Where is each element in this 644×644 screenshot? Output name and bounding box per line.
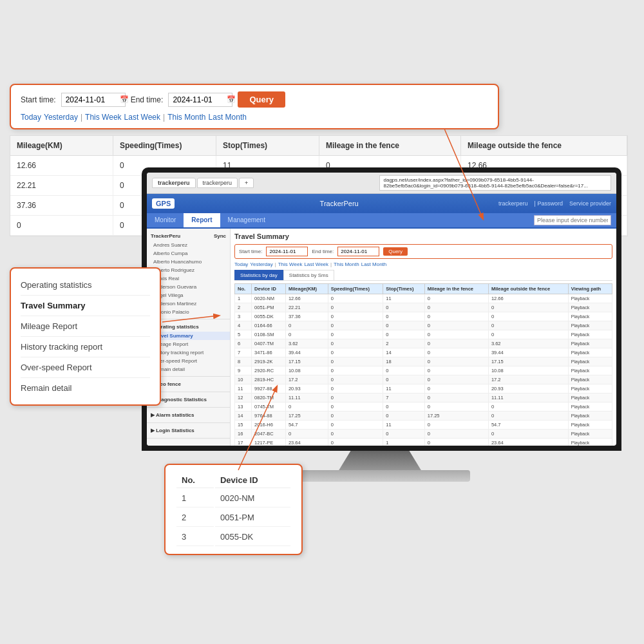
td-playback[interactable]: Playback [568,393,612,402]
callout-overspeed-report[interactable]: Over-speed Report [21,357,150,378]
callout-travel-summary[interactable]: Travel Summary [21,296,150,316]
nav-search [529,213,616,227]
td-no: 5 [235,330,252,339]
inner-end-date[interactable] [337,247,379,256]
td-playback[interactable]: Playback [568,430,612,439]
inner-query-button[interactable]: Query [383,247,408,256]
url-bar[interactable]: dagps.net/user/index.aspx?father_id=0909… [379,175,612,191]
td-fence-out: 3.62 [488,339,568,348]
table-row: 11 9927-88 20.93 0 11 0 20.93 Playback [235,384,612,393]
tab-by-sms[interactable]: Statistics by Sms [283,270,334,280]
start-date-input[interactable]: 📅 [61,93,126,107]
inner-start-date[interactable] [266,247,308,256]
th-device-id: Device ID [252,284,286,294]
sidebar-login-header[interactable]: ▶ Login Statistics [147,426,230,435]
th-fence-in: Mileage in the fence [424,284,488,294]
td-playback[interactable]: Playback [568,421,612,430]
nav-monitor[interactable]: Monitor [147,213,184,227]
td-playback[interactable]: Playback [568,412,612,421]
header-password[interactable]: | Password [535,200,563,207]
query-button[interactable]: Query [238,91,285,108]
sidebar-device-alberto-c[interactable]: Alberto Cumpa [147,249,230,258]
inner-yesterday[interactable]: Yesterday [250,261,272,267]
td-playback[interactable]: Playback [568,375,612,384]
td-no: 8 [235,357,252,366]
browser-tab-new[interactable]: + [239,178,254,188]
nav-search-input[interactable] [534,215,611,225]
quick-link-yesterday[interactable]: Yesterday [44,113,78,122]
quick-link-last-month[interactable]: Last Month [209,113,247,122]
td-mileage: 23.64 [285,439,328,446]
td-playback[interactable]: Playback [568,312,612,321]
td-speeding: 0 [328,357,383,366]
td-mileage: 17.25 [285,412,328,421]
th-fence-out: Mileage outside the fence [488,284,568,294]
main-content: Travel Summary Start time: End time: Que… [231,229,616,446]
start-calendar-icon[interactable]: 📅 [120,95,129,104]
inner-end-label: End time: [312,249,334,254]
td-playback[interactable]: Playback [568,348,612,357]
quick-link-today[interactable]: Today [21,113,41,122]
td-speeding: 0 [328,303,383,312]
nav-management[interactable]: Management [220,213,273,227]
inner-last-week[interactable]: Last Week [304,261,328,267]
td-stop: 11 [383,384,425,393]
inner-last-month[interactable]: Last Month [361,261,387,267]
inner-this-week[interactable]: This Week [278,261,303,267]
quick-link-this-week[interactable]: This Week [85,113,121,122]
td-playback[interactable]: Playback [568,321,612,330]
end-date-field[interactable] [173,95,224,104]
table-row: 6 0407-TM 3.62 0 2 0 3.62 Playback [235,339,612,348]
td-mileage: 39.44 [285,348,328,357]
nav-report[interactable]: Report [184,213,220,227]
td-speeding: 0 [328,412,383,421]
header-service[interactable]: Service provider [569,200,611,207]
td-playback[interactable]: Playback [568,366,612,375]
td-device-id: 0055-DK [252,312,286,321]
browser-tab-2[interactable]: trackerperu [197,178,238,188]
td-device-id: 2016-H6 [252,421,286,430]
td-speeding: 0 [328,348,383,357]
th-path: Viewing path [568,284,612,294]
callout-operating-stats[interactable]: Operating statistics [21,275,150,296]
end-calendar-icon[interactable]: 📅 [227,95,236,104]
td-playback[interactable]: Playback [568,357,612,366]
end-date-input[interactable]: 📅 [168,93,232,107]
inner-date-bar: Start time: End time: Query [234,244,612,259]
table-row: 9 2920-RC 10.08 0 0 0 10.08 Playback [235,366,612,375]
callout-mileage-report[interactable]: Mileage Report [21,316,150,337]
td-device-id: 1217-PE [252,439,286,446]
td-playback[interactable]: Playback [568,330,612,339]
td-playback[interactable]: Playback [568,384,612,393]
td-playback[interactable]: Playback [568,439,612,446]
bottom-th-no: No. [176,473,214,488]
table-row: 7 3471-86 39.44 0 14 0 39.44 Playback [235,348,612,357]
td-speeding: 0 [328,339,383,348]
td-playback[interactable]: Playback [568,303,612,312]
callout-history-tracking[interactable]: History tracking report [21,337,150,357]
callout-remain-detail[interactable]: Remain detail [21,378,150,398]
start-date-field[interactable] [66,95,117,104]
td-stop: 0 [383,330,425,339]
tab-by-day[interactable]: Statistics by day [234,270,283,280]
sidebar-device-alberto-h[interactable]: Alberto Huancahumo [147,258,230,266]
sidebar-sync[interactable]: Sync [214,233,226,239]
inner-this-month[interactable]: This Month [334,261,359,267]
cell-mileage: 22.21 [10,176,113,195]
quick-link-this-month[interactable]: This Month [167,113,205,122]
sidebar-alarm-header[interactable]: ▶ Alarm statistics [147,410,230,420]
table-row: 8 2919-2K 17.15 0 18 0 17.15 Playback [235,357,612,366]
monitor-base [290,470,470,482]
td-stop: 1 [383,439,425,446]
td-fence-in: 0 [424,366,488,375]
sidebar-device-andres[interactable]: Andres Suarez [147,241,230,249]
inner-today[interactable]: Today [234,261,248,267]
quick-link-last-week[interactable]: Last Week [124,113,160,122]
browser-tab[interactable]: trackerperu [152,178,196,188]
nav-bar: Monitor Report Management [147,213,616,229]
td-fence-out: 11.11 [488,393,568,402]
td-fence-in: 0 [424,339,488,348]
td-playback[interactable]: Playback [568,294,612,303]
td-playback[interactable]: Playback [568,402,612,412]
td-playback[interactable]: Playback [568,339,612,348]
